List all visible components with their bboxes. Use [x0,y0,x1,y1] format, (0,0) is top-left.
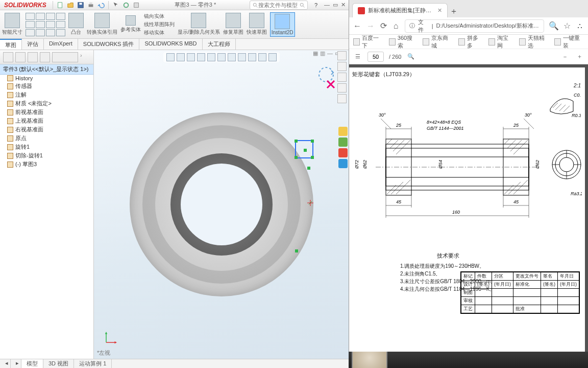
ft-item[interactable]: 原点 [7,134,93,143]
render-icon[interactable] [258,53,266,61]
pdf-search-icon[interactable]: 🔍 [406,52,415,61]
rebuild-icon[interactable] [121,1,131,10]
ft-tab2-icon[interactable] [15,52,26,62]
doc-task-icon[interactable]: ▦ [313,50,318,57]
ft-item[interactable]: 传感器 [7,82,93,90]
view-palette-icon[interactable] [337,94,347,103]
screen-icon[interactable] [268,53,277,61]
search-go-icon[interactable] [299,2,305,8]
zoom-icon[interactable] [166,53,175,61]
search-box[interactable] [250,1,308,10]
prev-view-icon[interactable] [187,53,195,61]
star-icon[interactable]: ☆ [564,21,571,31]
scene-icon[interactable] [228,53,236,61]
forward-icon[interactable]: → [366,21,375,31]
move-button[interactable]: 移动实体 [144,29,175,36]
viewport[interactable]: ▦ ▥ ― ▭ ✕ [94,50,349,359]
instant2d-button[interactable]: Instant2D [270,12,295,37]
ft-item[interactable]: 右视基准面 [7,125,93,134]
contents-icon[interactable]: ☰ [353,52,362,61]
btab-next-icon[interactable]: ▸ [11,359,21,368]
doc-min-icon[interactable]: ― [327,50,333,57]
appearance-icon[interactable] [248,53,256,61]
zoom-out-icon[interactable]: − [560,52,570,61]
ft-item[interactable]: 切除-旋转1 [7,151,93,160]
save-icon[interactable] [76,1,85,10]
select-icon[interactable] [111,1,120,10]
resources-icon[interactable] [337,62,347,71]
btab-model[interactable]: 模型 [21,359,43,368]
search-input[interactable] [258,2,299,8]
refresh-icon[interactable]: ⟳ [380,21,387,31]
btab-3dview[interactable]: 3D 视图 [43,359,74,368]
tab-sketch[interactable]: 草图 [0,39,22,50]
doc-layout-icon[interactable]: ▥ [320,50,325,57]
exit-sketch-icon[interactable] [325,79,336,90]
help-icon[interactable]: ? [311,1,321,10]
fav-link[interactable]: 淘宝网 [488,34,512,50]
btab-motion[interactable]: 运动算例 1 [74,359,112,368]
taskbar-thumb[interactable] [352,352,387,368]
design-lib-icon[interactable] [337,73,347,82]
sketch-tools-grid[interactable] [26,13,65,36]
badge2-icon[interactable] [338,137,348,147]
fav-link[interactable]: 拼多多 [458,34,482,50]
convert-button[interactable]: 转换实体引用 [87,13,117,36]
zoom-icon[interactable]: 🔍 [549,21,558,31]
fav-link[interactable]: 360搜索 [389,34,416,50]
address-bar[interactable]: ⓘ 文件 | D:/Users/Administrator/Desktop/新标… [405,19,544,33]
zoom-in-icon[interactable]: ＋ [575,52,584,61]
sketch-endpoint[interactable] [295,249,298,252]
repair-button[interactable]: 修复草图 [223,13,243,36]
entity-button[interactable]: 参考实体 [120,15,141,33]
ft-item[interactable]: 旋转1 [7,143,93,151]
sketch-handle[interactable] [307,167,310,170]
shade-icon[interactable] [217,53,226,61]
ft-tab1-icon[interactable] [3,52,13,62]
tab-evaluate[interactable]: 评估 [22,39,44,50]
fav-link[interactable]: 京东商城 [423,34,452,50]
section-icon[interactable] [197,53,205,61]
tab-dimxpert[interactable]: DimXpert [44,39,78,50]
ft-tab4-icon[interactable] [40,52,50,62]
new-tab-button[interactable]: ＋ [448,5,460,17]
badge1-icon[interactable] [338,127,348,136]
quick-button[interactable]: 快速草图 [247,13,267,36]
ft-item[interactable]: 前视基准面 [7,108,93,117]
orient-icon[interactable] [207,53,215,61]
tab-close-icon[interactable]: ✕ [437,7,442,14]
smart-dimension-button[interactable]: 智能尺寸 [2,13,22,36]
collections-icon[interactable]: ⛬ [576,21,584,31]
home-icon[interactable] [337,51,347,60]
maximize-icon[interactable]: ▭ [333,2,338,8]
back-icon[interactable]: ← [353,21,361,31]
print-icon[interactable] [86,1,95,10]
fav-link[interactable]: 一键重装 [554,34,584,50]
badge4-icon[interactable] [338,159,348,168]
btab-prev-icon[interactable]: ◂ [0,359,11,368]
hide-icon[interactable] [238,53,246,61]
fav-link[interactable]: 天猫精选 [519,34,549,50]
ft-item[interactable]: 上视基准面 [7,117,93,125]
options-icon[interactable] [132,1,141,10]
ft-root[interactable]: 零件3 (默认<<默认>_显示状态 1>) [0,64,93,75]
selection-box[interactable] [295,140,313,158]
ft-item[interactable]: 注解 [7,90,93,99]
ft-item[interactable]: History [7,75,93,82]
ft-item[interactable]: 材质 <未指定> [7,99,93,108]
close-icon[interactable]: ✕ [341,2,346,8]
tab-big[interactable]: 大工程师 [203,39,236,50]
pattern-button[interactable]: 线性草图阵列 [144,21,175,28]
ft-tab3-icon[interactable] [28,52,38,62]
new-icon[interactable] [56,1,65,10]
home-icon[interactable]: ⌂ [392,21,399,31]
open-icon[interactable] [66,1,75,10]
ft-item[interactable]: (-) 草图3 [7,160,93,169]
browser-tab[interactable]: 新标准机械图图集[王静编著]201… ✕ [352,3,448,17]
pdf-viewer[interactable]: 矩形花键套（LJT03.29） 2:1 C0.5 R0.3 [349,64,588,368]
zoom-area-icon[interactable] [177,53,185,61]
tab-mbd[interactable]: SOLIDWORKS MBD [139,39,202,50]
boss-button[interactable]: 凸台 [68,13,84,36]
mirror-button[interactable]: 镜向实体 [144,13,175,20]
tab-addins[interactable]: SOLIDWORKS 插件 [78,39,140,50]
